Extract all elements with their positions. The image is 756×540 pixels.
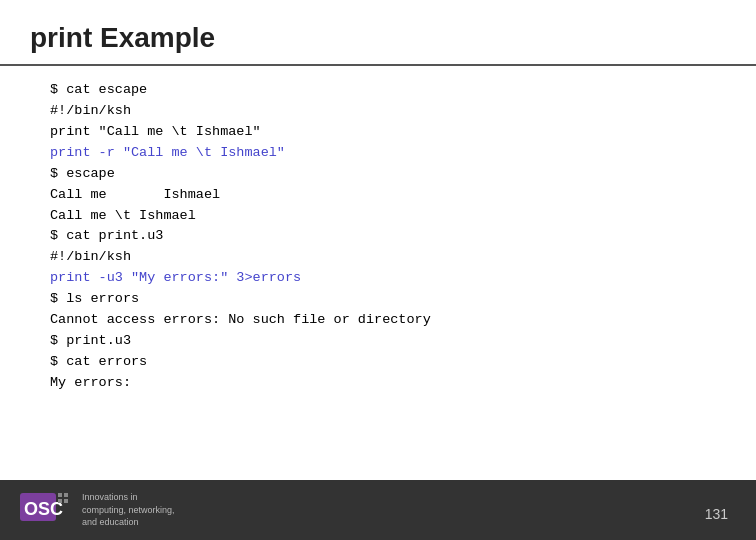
code-line-14: $ cat errors xyxy=(50,354,147,369)
code-line-2: #!/bin/ksh xyxy=(50,103,131,118)
page-number: 131 xyxy=(705,506,728,522)
code-line-8: $ cat print.u3 xyxy=(50,228,163,243)
svg-rect-4 xyxy=(58,499,62,503)
code-line-13: $ print.u3 xyxy=(50,333,131,348)
code-line-11: $ ls errors xyxy=(50,291,139,306)
code-line-15: My errors: xyxy=(50,375,131,390)
svg-rect-5 xyxy=(64,499,68,503)
code-block: $ cat escape #!/bin/ksh print "Call me \… xyxy=(0,66,756,404)
code-line-12: Cannot access errors: No such file or di… xyxy=(50,312,431,327)
svg-text:OSC: OSC xyxy=(24,499,63,519)
code-line-7: Call me \t Ishmael xyxy=(50,208,196,223)
logo-area: OSC Innovations in computing, networking… xyxy=(20,489,182,531)
osc-logo-icon: OSC xyxy=(20,489,72,531)
logo-tagline: Innovations in computing, networking, an… xyxy=(82,491,182,529)
page-title: print Example xyxy=(0,0,756,66)
code-line-1: $ cat escape xyxy=(50,82,147,97)
svg-rect-3 xyxy=(64,493,68,497)
code-line-6: Call me Ishmael xyxy=(50,187,220,202)
svg-rect-2 xyxy=(58,493,62,497)
code-line-3: print "Call me \t Ishmael" xyxy=(50,124,261,139)
code-line-4: print -r "Call me \t Ishmael" xyxy=(50,145,285,160)
code-line-10: print -u3 "My errors:" 3>errors xyxy=(50,270,301,285)
footer-bar: OSC Innovations in computing, networking… xyxy=(0,480,756,540)
code-line-9: #!/bin/ksh xyxy=(50,249,131,264)
code-line-5: $ escape xyxy=(50,166,115,181)
